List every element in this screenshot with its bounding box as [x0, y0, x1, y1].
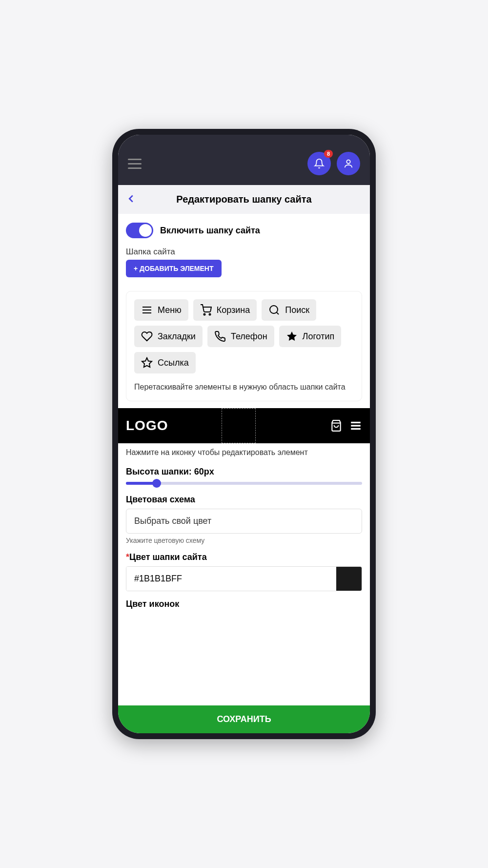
profile-button[interactable] [337, 152, 360, 175]
element-chip-menu[interactable]: Меню [134, 299, 188, 321]
color-scheme-select[interactable]: Выбрать свой цвет [126, 509, 362, 534]
element-chip-cart[interactable]: Корзина [193, 299, 257, 321]
header-color-input[interactable] [126, 567, 336, 591]
app-header: 8 [118, 135, 370, 185]
icon-color-label: Цвет иконок [126, 599, 362, 609]
enable-header-toggle[interactable] [126, 223, 153, 238]
height-slider[interactable] [126, 482, 362, 485]
svg-marker-8 [287, 331, 297, 341]
height-label: Высота шапки: 60px [126, 467, 362, 477]
svg-line-7 [277, 312, 279, 314]
chip-label: Корзина [217, 305, 250, 315]
add-element-button[interactable]: + ДОБАВИТЬ ЭЛЕМЕНТ [126, 260, 222, 277]
svg-point-5 [209, 314, 210, 315]
section-label: Шапка сайта [126, 247, 362, 257]
chip-label: Логотип [303, 331, 335, 342]
cart-icon [200, 304, 212, 316]
elements-palette: Меню Корзина Поиск Закладки [126, 291, 362, 401]
header-preview[interactable]: LOGO [118, 408, 370, 443]
page-title: Редактировать шапку сайта [126, 194, 362, 205]
chip-label: Ссылка [158, 358, 189, 368]
search-icon [268, 304, 280, 316]
page-titlebar: Редактировать шапку сайта [118, 185, 370, 214]
preview-hint: Нажмите на иконку чтобы редактировать эл… [118, 443, 370, 462]
chip-label: Поиск [285, 305, 309, 315]
element-chip-logo[interactable]: Логотип [279, 326, 342, 347]
svg-point-6 [270, 306, 278, 313]
toggle-label: Включить шапку сайта [160, 226, 260, 236]
header-color-label: *Цвет шапки сайта [126, 552, 362, 562]
chip-label: Меню [158, 305, 182, 315]
elements-hint: Перетаскивайте элементы в нужную область… [134, 381, 354, 393]
slider-thumb[interactable] [152, 479, 161, 488]
chip-label: Закладки [158, 331, 196, 342]
element-chip-link[interactable]: Ссылка [134, 352, 196, 373]
preview-bag-icon[interactable] [330, 419, 343, 432]
svg-point-0 [346, 160, 350, 164]
notification-badge: 8 [324, 150, 333, 158]
star-outline-icon [141, 357, 153, 369]
color-scheme-helper: Укажите цветовую схему [126, 537, 362, 544]
element-chip-search[interactable]: Поиск [262, 299, 316, 321]
preview-drop-zone[interactable] [222, 408, 256, 443]
phone-icon [214, 331, 226, 342]
element-chip-phone[interactable]: Телефон [207, 326, 274, 347]
menu-button[interactable] [128, 159, 142, 169]
heart-icon [141, 331, 153, 342]
header-color-swatch[interactable] [336, 567, 362, 591]
preview-logo[interactable]: LOGO [126, 418, 168, 434]
svg-point-4 [203, 314, 205, 315]
chip-label: Телефон [231, 331, 267, 342]
back-button[interactable] [126, 192, 137, 207]
menu-icon [141, 304, 153, 316]
svg-marker-9 [142, 358, 152, 367]
save-button[interactable]: СОХРАНИТЬ [118, 705, 370, 733]
star-filled-icon [286, 331, 298, 342]
element-chip-bookmarks[interactable]: Закладки [134, 326, 203, 347]
color-scheme-label: Цветовая схема [126, 495, 362, 505]
notifications-button[interactable]: 8 [307, 152, 331, 175]
preview-menu-icon[interactable] [349, 419, 362, 432]
